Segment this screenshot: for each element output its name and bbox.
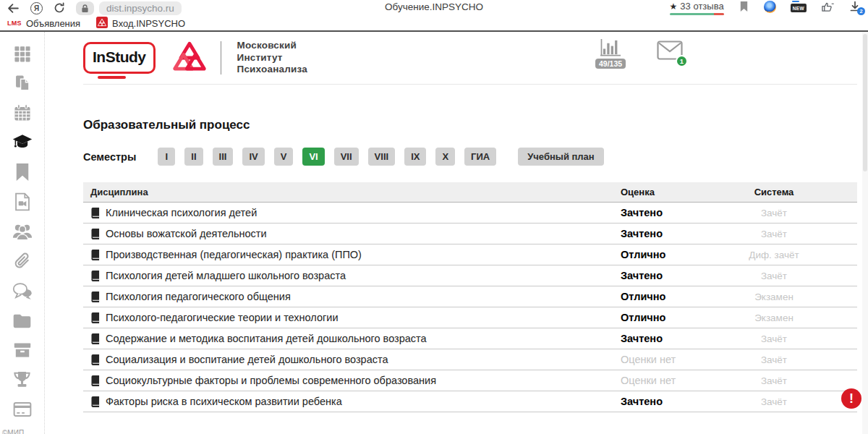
paperclip-icon[interactable] — [12, 251, 33, 271]
tab-gia[interactable]: ГИА — [464, 148, 496, 166]
instudy-logo[interactable]: InStudy — [83, 42, 156, 74]
tab-semester-2[interactable]: II — [184, 148, 203, 166]
table-row[interactable]: Основы вожатской деятельности Зачтено За… — [83, 224, 857, 244]
grade-cell: Зачтено — [621, 207, 745, 218]
refresh-icon[interactable] — [54, 2, 65, 14]
table-row[interactable]: Психолого-педагогические теории и технол… — [83, 307, 857, 328]
users-icon[interactable] — [12, 221, 33, 242]
discipline-name: Производственная (педагогическая) практи… — [106, 249, 362, 260]
table-row[interactable]: Социокультурные факторы и проблемы совре… — [83, 370, 857, 391]
bar-chart-icon — [600, 38, 622, 57]
book-icon — [90, 333, 100, 344]
tab-semester-4[interactable]: IV — [242, 148, 264, 166]
table-row[interactable]: Социализация и воспитание детей дошкольн… — [83, 349, 857, 370]
book-icon — [90, 354, 100, 365]
messages-button[interactable]: 1 — [657, 41, 683, 63]
back-icon[interactable] — [7, 2, 20, 14]
review-rating-bar — [670, 13, 724, 15]
table-row[interactable]: Психология детей младшего школьного возр… — [83, 265, 857, 286]
url-bar[interactable]: dist.inpsycho.ru — [99, 1, 182, 15]
table-row[interactable]: Производственная (педагогическая) практи… — [83, 244, 857, 265]
discipline-name: Психология детей младшего школьного возр… — [106, 270, 346, 281]
grade-cell: Оценки нет — [621, 375, 745, 386]
tab-semester-7[interactable]: VII — [334, 148, 359, 166]
grade-cell: Зачтено — [621, 228, 745, 239]
disciplines-table: Дисциплина Оценка Система Клиническая пс… — [83, 182, 857, 412]
tab-semester-6[interactable]: VI — [302, 148, 324, 166]
page-title: Образовательный процесс — [83, 118, 857, 132]
calendar-icon[interactable] — [12, 103, 33, 123]
book-icon — [90, 271, 100, 281]
page-scrollbar[interactable] — [862, 32, 868, 434]
progress-count-badge: 49/135 — [595, 59, 626, 69]
new-extension-icon[interactable]: NEW — [791, 4, 807, 12]
browser-window: Я dist.inpsycho.ru Обучение.INPSYCHO ★ 3… — [0, 0, 868, 434]
sidebar-nav: ©МИП — [0, 32, 45, 434]
url-text: dist.inpsycho.ru — [106, 3, 174, 14]
site-reviews[interactable]: ★ 33 отзыва — [670, 1, 724, 15]
mip-favicon — [96, 17, 108, 30]
archive-icon[interactable] — [12, 340, 33, 360]
trophy-icon[interactable] — [12, 370, 33, 390]
book-icon — [90, 250, 100, 260]
tab-semester-10[interactable]: X — [435, 148, 455, 166]
mip-triangles-logo[interactable] — [171, 40, 208, 76]
video-file-icon[interactable] — [12, 192, 33, 212]
extension-browser-icon[interactable] — [764, 1, 776, 13]
system-cell: Зачёт — [745, 333, 803, 344]
page-tab-title: Обучение.INPSYCHO — [385, 1, 483, 12]
progress-stats[interactable]: 49/135 — [595, 38, 626, 69]
bookmark-icon[interactable] — [12, 162, 33, 182]
scrollbar-thumb[interactable] — [863, 34, 867, 171]
folder-icon[interactable] — [12, 310, 33, 331]
table-row[interactable]: Содержание и методика воспитания детей д… — [83, 328, 857, 349]
semester-tabs: Семестры I II III IV V VI VII VIII IX X … — [83, 148, 857, 166]
system-cell: Зачёт — [745, 271, 803, 281]
chat-icon[interactable] — [12, 281, 33, 301]
documents-icon[interactable] — [12, 73, 33, 93]
system-cell: Зачёт — [745, 354, 803, 365]
bookmark-label: Объявления — [26, 18, 80, 29]
lms-page: ©МИП InStudy Московский Институт Психоан… — [0, 32, 868, 434]
header-divider — [221, 41, 221, 75]
bookmark-label: Вход.INPSYCHO — [112, 18, 185, 29]
table-row[interactable]: Психология педагогического общения Отлич… — [83, 286, 857, 307]
system-cell: Диф. зачёт — [745, 250, 803, 260]
tab-semester-1[interactable]: I — [158, 148, 175, 166]
card-icon[interactable] — [12, 399, 33, 420]
discipline-name: Психолого-педагогические теории и технол… — [106, 312, 339, 323]
lock-icon[interactable] — [76, 1, 94, 15]
grade-cell: Отлично — [621, 291, 745, 302]
tab-semester-8[interactable]: VIII — [368, 148, 396, 166]
bookmark-announcements[interactable]: LMS Объявления — [7, 18, 80, 29]
grade-cell: Отлично — [621, 312, 745, 323]
discipline-name: Основы вожатской деятельности — [106, 228, 267, 239]
alert-error-icon[interactable]: ! — [841, 388, 861, 409]
discipline-name: Социокультурные факторы и проблемы совре… — [106, 375, 436, 386]
tab-semester-3[interactable]: III — [213, 148, 234, 166]
tab-semester-9[interactable]: IX — [404, 148, 426, 166]
graduation-cap-icon[interactable] — [12, 132, 33, 153]
grade-cell: Зачтено — [621, 333, 745, 344]
book-icon — [90, 208, 100, 218]
thumbs-rating-icon[interactable] — [821, 1, 835, 13]
table-row[interactable]: Клиническая психология детей Зачтено Зач… — [83, 203, 857, 224]
bookmark-flag-icon[interactable] — [739, 1, 749, 12]
downloads-icon[interactable]: 2 — [849, 1, 861, 12]
table-header: Дисциплина Оценка Система — [83, 182, 857, 203]
discipline-name: Факторы риска в психическом развитии реб… — [106, 396, 342, 407]
tab-curriculum[interactable]: Учебный план — [518, 148, 603, 166]
table-row[interactable]: Факторы риска в психическом развитии реб… — [83, 391, 857, 412]
institute-name: Московский Институт Психоанализа — [237, 40, 307, 75]
toolbar-right: ★ 33 отзыва NEW 2 — [670, 1, 861, 15]
tab-semester-5[interactable]: V — [274, 148, 294, 166]
column-discipline: Дисциплина — [90, 187, 621, 197]
book-icon — [90, 396, 100, 407]
system-cell: Экзамен — [745, 292, 803, 302]
bookmark-login-inpsycho[interactable]: Вход.INPSYCHO — [96, 17, 185, 30]
reviews-label: 33 отзыва — [680, 1, 723, 12]
system-cell: Зачёт — [745, 208, 803, 218]
yandex-services-icon[interactable]: Я — [30, 2, 43, 14]
apps-grid-icon[interactable] — [12, 43, 33, 64]
discipline-name: Клиническая психология детей — [106, 207, 257, 218]
